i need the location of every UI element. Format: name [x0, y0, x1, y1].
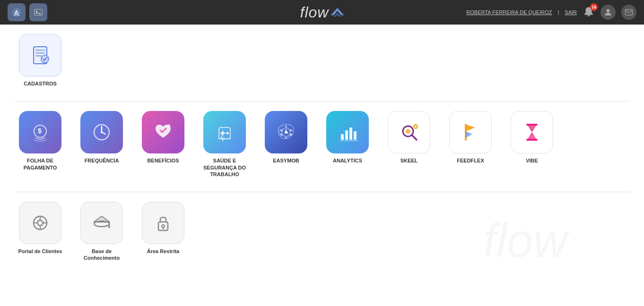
app-easymob[interactable]: EASYMOB — [260, 111, 312, 178]
saude-label: SAÚDE E SEGURANÇA DO TRABALHO — [199, 157, 251, 178]
base-label: Base de Conhecimento — [76, 248, 128, 262]
svg-point-41 — [406, 129, 410, 134]
vibe-icon-wrap — [511, 111, 553, 153]
frequencia-icon-wrap — [80, 111, 123, 153]
folha-icon-wrap: $ — [19, 111, 61, 153]
app-base[interactable]: Base de Conhecimento — [76, 202, 128, 262]
divider-1 — [14, 101, 630, 102]
logo-text: flow — [300, 4, 329, 21]
app-portal[interactable]: Portal de Clientes — [14, 202, 66, 262]
portal-label: Portal de Clientes — [18, 248, 62, 255]
cadastros-section: CADASTROS — [14, 34, 630, 96]
svg-point-4 — [607, 9, 610, 12]
beneficios-icon-wrap — [142, 111, 184, 153]
divider-2 — [14, 192, 630, 192]
svg-rect-7 — [35, 50, 45, 51]
svg-line-16 — [102, 132, 105, 134]
feedflex-label: FEEDFLEX — [457, 157, 484, 164]
svg-rect-46 — [526, 139, 538, 141]
feedflex-icon-wrap — [449, 111, 492, 153]
svg-rect-37 — [349, 128, 352, 140]
cadastros-label: CADASTROS — [24, 80, 57, 87]
restrita-label: Área Restrita — [147, 248, 179, 255]
svg-point-44 — [415, 126, 417, 128]
easymob-icon-wrap — [265, 111, 307, 153]
svg-point-18 — [157, 126, 158, 128]
svg-line-42 — [412, 135, 417, 140]
terminal-button[interactable] — [29, 3, 47, 21]
user-avatar-button[interactable] — [600, 5, 616, 20]
main-content: CADASTROS $ FOLHA DE PAGAMENTO — [0, 25, 644, 306]
analytics-icon-wrap — [326, 111, 369, 153]
svg-point-48 — [38, 221, 43, 225]
svg-point-0 — [12, 8, 21, 17]
app-saude[interactable]: SAÚDE E SEGURANÇA DO TRABALHO — [199, 111, 251, 178]
notification-badge: 16 — [590, 3, 598, 11]
user-name[interactable]: ROBERTA FERREIRA DE QUEIROZ — [466, 9, 552, 15]
svg-rect-5 — [626, 9, 633, 15]
svg-point-17 — [167, 124, 170, 127]
logo-icon — [331, 8, 344, 17]
svg-point-10 — [41, 55, 49, 63]
svg-point-58 — [108, 226, 110, 228]
sair-link[interactable]: SAIR — [565, 9, 577, 15]
app-folha[interactable]: $ FOLHA DE PAGAMENTO — [14, 111, 66, 178]
mail-button[interactable] — [621, 5, 636, 20]
skeel-icon-wrap — [388, 111, 430, 153]
svg-rect-36 — [345, 130, 348, 140]
beneficios-label: BENEFÍCIOS — [147, 157, 179, 164]
app-analytics[interactable]: ANALYTICS — [322, 111, 374, 178]
app-frequencia[interactable]: FREQUÊNCIA — [76, 111, 128, 178]
svg-point-25 — [285, 126, 287, 128]
saude-icon-wrap — [203, 111, 246, 153]
app-skeel[interactable]: SKEEL — [383, 111, 435, 178]
app-restrita[interactable]: Área Restrita — [137, 202, 189, 262]
notification-button[interactable]: 16 — [583, 6, 595, 18]
home-button[interactable] — [8, 3, 26, 21]
header-right: ROBERTA FERREIRA DE QUEIROZ | SAIR 16 — [466, 5, 636, 20]
logo: flow — [300, 4, 344, 21]
svg-rect-35 — [341, 134, 344, 140]
svg-text:flow: flow — [483, 219, 570, 267]
svg-text:$: $ — [38, 127, 42, 135]
portal-icon-wrap — [19, 202, 61, 244]
svg-rect-38 — [354, 131, 357, 140]
folha-label: FOLHA DE PAGAMENTO — [14, 157, 66, 171]
easymob-label: EASYMOB — [273, 157, 299, 164]
svg-rect-9 — [35, 55, 42, 57]
header-left — [8, 3, 47, 21]
svg-rect-8 — [35, 52, 45, 54]
header: flow ROBERTA FERREIRA DE QUEIROZ | SAIR … — [0, 0, 644, 25]
apps-section: $ FOLHA DE PAGAMENTO FREQUÊNCIA — [14, 111, 630, 187]
analytics-label: ANALYTICS — [333, 157, 362, 164]
watermark: flow — [483, 219, 625, 278]
skeel-label: SKEEL — [400, 157, 418, 164]
app-cadastros[interactable]: CADASTROS — [14, 34, 66, 87]
frequencia-label: FREQUÊNCIA — [85, 157, 119, 164]
app-feedflex[interactable]: FEEDFLEX — [444, 111, 496, 178]
restrita-icon-wrap — [142, 202, 184, 244]
app-beneficios[interactable]: BENEFÍCIOS — [137, 111, 189, 178]
base-icon-wrap — [80, 202, 123, 244]
svg-rect-45 — [526, 124, 538, 126]
cadastros-icon-wrap — [19, 34, 61, 76]
svg-rect-1 — [35, 9, 43, 16]
vibe-label: VIBE — [526, 157, 538, 164]
app-vibe[interactable]: VIBE — [506, 111, 558, 178]
